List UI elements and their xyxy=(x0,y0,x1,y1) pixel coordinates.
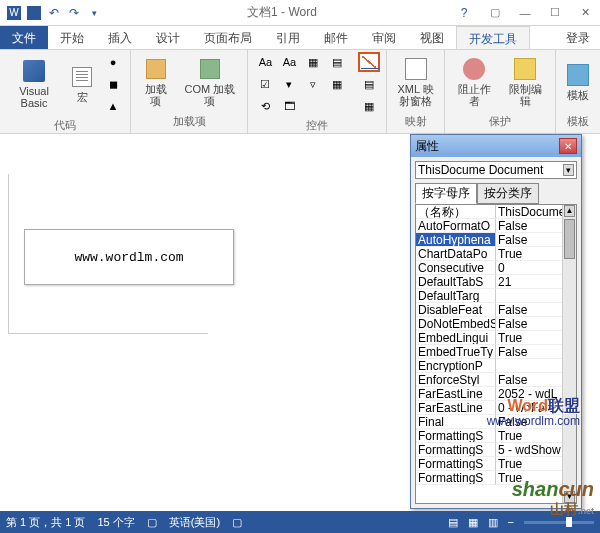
property-row[interactable]: AutoFormatOFalse xyxy=(416,219,562,233)
status-page[interactable]: 第 1 页，共 1 页 xyxy=(6,515,85,530)
status-language[interactable]: 英语(美国) xyxy=(169,515,220,530)
xml-mapping-button[interactable]: XML 映 射窗格 xyxy=(393,55,437,109)
checkbox-control-icon[interactable]: ☑ xyxy=(254,74,276,94)
scroll-thumb[interactable] xyxy=(564,219,575,259)
property-row[interactable]: EnforceStylFalse xyxy=(416,373,562,387)
picture-control-icon[interactable]: ▦ xyxy=(302,52,324,72)
property-value[interactable] xyxy=(496,289,562,303)
property-name: （名称） xyxy=(416,205,496,219)
properties-object-selector[interactable]: ThisDocume Document ▾ xyxy=(415,161,577,179)
property-value[interactable]: True xyxy=(496,429,562,443)
property-value[interactable]: True xyxy=(496,457,562,471)
property-value[interactable]: False xyxy=(496,373,562,387)
tab-layout[interactable]: 页面布局 xyxy=(192,26,264,49)
rich-text-control-icon[interactable]: Aa xyxy=(254,52,276,72)
maximize-button[interactable]: ☐ xyxy=(540,2,570,24)
status-record-icon[interactable]: ▢ xyxy=(232,516,242,529)
login-link[interactable]: 登录 xyxy=(556,26,600,49)
property-row[interactable]: DoNotEmbedSFalse xyxy=(416,317,562,331)
macros-button[interactable]: 宏 xyxy=(66,63,98,105)
tab-home[interactable]: 开始 xyxy=(48,26,96,49)
help-icon[interactable]: ? xyxy=(456,5,472,21)
property-row[interactable]: FormattingSTrue xyxy=(416,429,562,443)
property-value[interactable]: ThisDocume xyxy=(496,205,562,219)
property-value[interactable]: False xyxy=(496,317,562,331)
ribbon-tabs: 文件 开始 插入 设计 页面布局 引用 邮件 审阅 视图 开发工具 登录 xyxy=(0,26,600,50)
document-template-button[interactable]: 模板 xyxy=(562,61,594,103)
property-value[interactable]: 5 - wdShow xyxy=(496,443,562,457)
tab-file[interactable]: 文件 xyxy=(0,26,48,49)
view-print-layout-icon[interactable]: ▦ xyxy=(468,516,478,529)
ribbon-options-icon[interactable]: ▢ xyxy=(480,2,510,24)
tab-developer[interactable]: 开发工具 xyxy=(456,26,530,49)
macro-security-icon[interactable]: ▲ xyxy=(102,96,124,116)
property-value[interactable]: 0 xyxy=(496,261,562,275)
properties-close-button[interactable]: ✕ xyxy=(559,138,577,154)
addins-button[interactable]: 加载项 xyxy=(137,55,174,109)
property-value[interactable]: False xyxy=(496,233,562,247)
tab-mailings[interactable]: 邮件 xyxy=(312,26,360,49)
save-icon[interactable] xyxy=(26,5,42,21)
view-read-mode-icon[interactable]: ▤ xyxy=(448,516,458,529)
property-value[interactable]: False xyxy=(496,219,562,233)
chevron-down-icon[interactable]: ▾ xyxy=(563,164,574,176)
properties-tab-categorized[interactable]: 按分类序 xyxy=(477,183,539,204)
scroll-up-icon[interactable]: ▲ xyxy=(564,205,575,217)
property-value[interactable] xyxy=(496,359,562,373)
property-value[interactable]: True xyxy=(496,331,562,345)
property-value[interactable]: 21 xyxy=(496,275,562,289)
status-proofing-icon[interactable]: ▢ xyxy=(147,516,157,529)
properties-scrollbar[interactable]: ▲ ▼ xyxy=(562,205,576,503)
property-row[interactable]: EmbedTrueTyFalse xyxy=(416,345,562,359)
legacy-tools-icon[interactable]: 🗔 xyxy=(278,96,300,116)
properties-tab-alphabetic[interactable]: 按字母序 xyxy=(415,183,477,204)
tab-design[interactable]: 设计 xyxy=(144,26,192,49)
restrict-editing-button[interactable]: 限制编辑 xyxy=(502,55,549,109)
minimize-button[interactable]: — xyxy=(510,2,540,24)
dropdown-control-icon[interactable]: ▿ xyxy=(302,74,324,94)
properties-titlebar[interactable]: 属性 ✕ xyxy=(411,135,581,157)
building-block-control-icon[interactable]: ▤ xyxy=(326,52,348,72)
com-addins-button[interactable]: COM 加载项 xyxy=(178,55,241,109)
document-area[interactable]: www.wordlm.com 属性 ✕ ThisDocume Document … xyxy=(0,134,600,509)
qat-customize-icon[interactable]: ▾ xyxy=(86,5,102,21)
tab-references[interactable]: 引用 xyxy=(264,26,312,49)
close-button[interactable]: ✕ xyxy=(570,2,600,24)
repeating-section-control-icon[interactable]: ⟲ xyxy=(254,96,276,116)
property-row[interactable]: ChartDataPoTrue xyxy=(416,247,562,261)
property-row[interactable]: EmbedLinguiTrue xyxy=(416,331,562,345)
redo-icon[interactable]: ↷ xyxy=(66,5,82,21)
document-textbox[interactable]: www.wordlm.com xyxy=(24,229,234,285)
property-value[interactable]: False xyxy=(496,345,562,359)
property-row[interactable]: AutoHyphenaFalse xyxy=(416,233,562,247)
property-value[interactable]: False xyxy=(496,303,562,317)
properties-button[interactable]: ▤ xyxy=(358,74,380,94)
property-row[interactable]: FormattingS5 - wdShow xyxy=(416,443,562,457)
property-row[interactable]: （名称）ThisDocume xyxy=(416,205,562,219)
property-row[interactable]: DisableFeatFalse xyxy=(416,303,562,317)
combobox-control-icon[interactable]: ▾ xyxy=(278,74,300,94)
tab-view[interactable]: 视图 xyxy=(408,26,456,49)
property-value[interactable]: True xyxy=(496,247,562,261)
property-row[interactable]: EncryptionP xyxy=(416,359,562,373)
pause-recording-icon[interactable]: ◼ xyxy=(102,74,124,94)
property-row[interactable]: DefaultTabS21 xyxy=(416,275,562,289)
watermark-wordlm-url: www.wordlm.com xyxy=(487,414,580,428)
visual-basic-button[interactable]: Visual Basic xyxy=(6,57,62,111)
tab-review[interactable]: 审阅 xyxy=(360,26,408,49)
plain-text-control-icon[interactable]: Aa xyxy=(278,52,300,72)
property-row[interactable]: FormattingSTrue xyxy=(416,457,562,471)
date-picker-control-icon[interactable]: ▦ xyxy=(326,74,348,94)
design-mode-button[interactable] xyxy=(358,52,380,72)
zoom-slider[interactable] xyxy=(524,521,594,524)
record-macro-icon[interactable]: ● xyxy=(102,52,124,72)
status-word-count[interactable]: 15 个字 xyxy=(97,515,134,530)
property-name: FormattingS xyxy=(416,429,496,443)
view-web-layout-icon[interactable]: ▥ xyxy=(488,516,498,529)
tab-insert[interactable]: 插入 xyxy=(96,26,144,49)
block-authors-button[interactable]: 阻止作者 xyxy=(451,55,498,109)
undo-icon[interactable]: ↶ xyxy=(46,5,62,21)
property-row[interactable]: Consecutive0 xyxy=(416,261,562,275)
property-row[interactable]: DefaultTarg xyxy=(416,289,562,303)
group-control-icon[interactable]: ▦ xyxy=(358,96,380,116)
